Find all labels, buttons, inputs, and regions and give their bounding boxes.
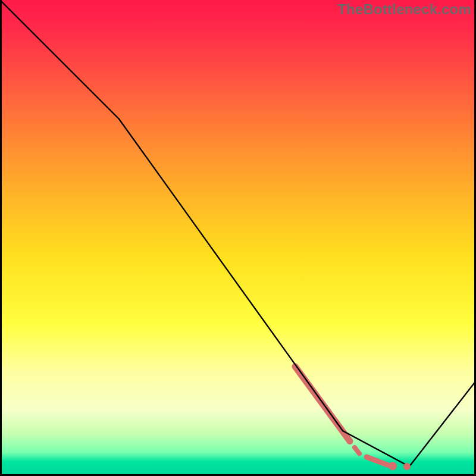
chart-svg [0, 0, 476, 476]
overlay-segment [355, 447, 359, 453]
main-curve [0, 0, 476, 466]
overlay-segments [295, 367, 388, 465]
overlay-segment [367, 457, 388, 465]
chart-container: TheBottleneck.com [0, 0, 476, 476]
overlay-dots [389, 462, 411, 470]
watermark-text: TheBottleneck.com [337, 1, 471, 18]
overlay-dot [389, 462, 397, 470]
overlay-dot [403, 463, 411, 470]
